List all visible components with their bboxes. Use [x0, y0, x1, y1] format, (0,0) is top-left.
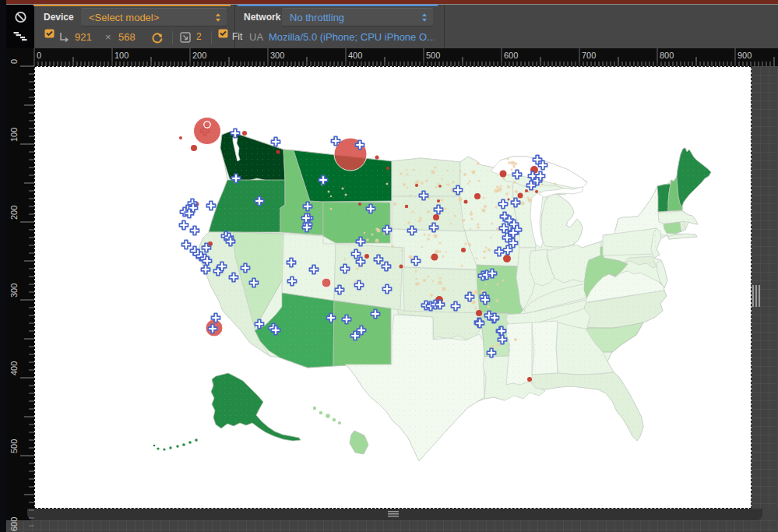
svg-text:400: 400 [348, 51, 362, 60]
svg-text:600: 600 [9, 517, 19, 531]
svg-text:500: 500 [426, 51, 440, 60]
svg-text:900: 900 [738, 51, 752, 60]
svg-text:500: 500 [9, 439, 19, 453]
svg-text:100: 100 [114, 51, 128, 60]
svg-text:100: 100 [9, 128, 19, 142]
svg-text:800: 800 [660, 51, 674, 60]
svg-text:300: 300 [9, 284, 19, 298]
svg-text:200: 200 [9, 206, 19, 220]
svg-text:400: 400 [9, 361, 19, 375]
svg-text:300: 300 [270, 51, 284, 60]
svg-text:700: 700 [582, 51, 596, 60]
svg-text:600: 600 [504, 51, 518, 60]
svg-text:0: 0 [37, 51, 41, 60]
svg-text:200: 200 [192, 51, 206, 60]
svg-text:0: 0 [9, 59, 19, 64]
